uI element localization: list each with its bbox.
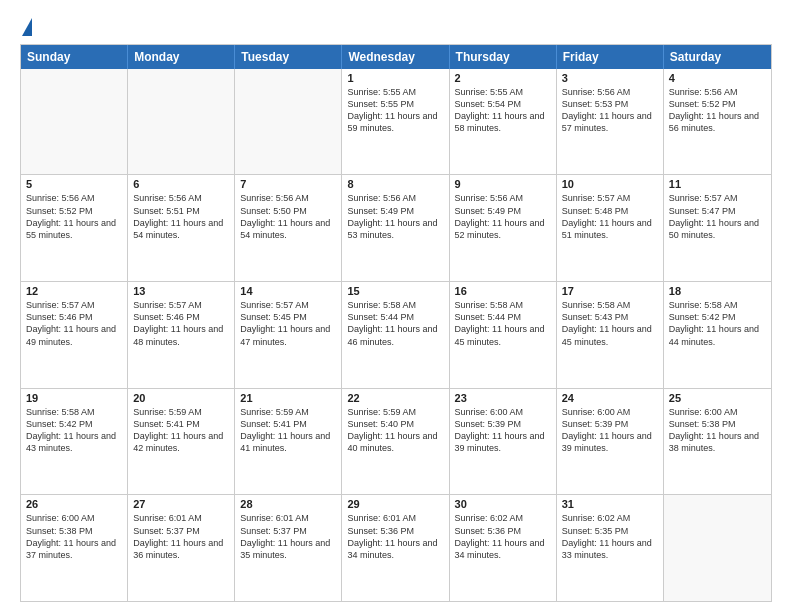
day-number: 2 [455,72,551,84]
cell-info: Sunrise: 5:55 AMSunset: 5:54 PMDaylight:… [455,86,551,135]
day-number: 20 [133,392,229,404]
calendar-row-1: 1Sunrise: 5:55 AMSunset: 5:55 PMDaylight… [21,69,771,176]
day-number: 30 [455,498,551,510]
cell-info: Sunrise: 6:00 AMSunset: 5:38 PMDaylight:… [26,512,122,561]
day-number: 10 [562,178,658,190]
calendar-cell: 28Sunrise: 6:01 AMSunset: 5:37 PMDayligh… [235,495,342,601]
cell-info: Sunrise: 6:01 AMSunset: 5:37 PMDaylight:… [133,512,229,561]
cell-info: Sunrise: 5:56 AMSunset: 5:50 PMDaylight:… [240,192,336,241]
day-number: 22 [347,392,443,404]
cell-info: Sunrise: 5:58 AMSunset: 5:42 PMDaylight:… [669,299,766,348]
cell-info: Sunrise: 5:56 AMSunset: 5:53 PMDaylight:… [562,86,658,135]
cell-info: Sunrise: 5:56 AMSunset: 5:52 PMDaylight:… [669,86,766,135]
day-number: 3 [562,72,658,84]
calendar-row-3: 12Sunrise: 5:57 AMSunset: 5:46 PMDayligh… [21,282,771,389]
cell-info: Sunrise: 5:56 AMSunset: 5:52 PMDaylight:… [26,192,122,241]
day-number: 1 [347,72,443,84]
cell-info: Sunrise: 5:56 AMSunset: 5:51 PMDaylight:… [133,192,229,241]
day-number: 15 [347,285,443,297]
calendar-cell: 2Sunrise: 5:55 AMSunset: 5:54 PMDaylight… [450,69,557,175]
calendar-cell: 17Sunrise: 5:58 AMSunset: 5:43 PMDayligh… [557,282,664,388]
day-number: 17 [562,285,658,297]
calendar-cell [21,69,128,175]
cell-info: Sunrise: 6:00 AMSunset: 5:39 PMDaylight:… [562,406,658,455]
calendar-cell: 23Sunrise: 6:00 AMSunset: 5:39 PMDayligh… [450,389,557,495]
page-container: SundayMondayTuesdayWednesdayThursdayFrid… [0,0,792,612]
day-number: 18 [669,285,766,297]
day-number: 8 [347,178,443,190]
calendar-cell [128,69,235,175]
calendar-cell: 20Sunrise: 5:59 AMSunset: 5:41 PMDayligh… [128,389,235,495]
cell-info: Sunrise: 5:57 AMSunset: 5:45 PMDaylight:… [240,299,336,348]
calendar-cell: 1Sunrise: 5:55 AMSunset: 5:55 PMDaylight… [342,69,449,175]
logo [20,16,32,36]
weekday-header-tuesday: Tuesday [235,45,342,69]
day-number: 5 [26,178,122,190]
weekday-header-monday: Monday [128,45,235,69]
calendar-cell: 30Sunrise: 6:02 AMSunset: 5:36 PMDayligh… [450,495,557,601]
weekday-header-friday: Friday [557,45,664,69]
calendar-row-2: 5Sunrise: 5:56 AMSunset: 5:52 PMDaylight… [21,175,771,282]
calendar-cell: 31Sunrise: 6:02 AMSunset: 5:35 PMDayligh… [557,495,664,601]
day-number: 9 [455,178,551,190]
calendar-cell: 26Sunrise: 6:00 AMSunset: 5:38 PMDayligh… [21,495,128,601]
calendar-cell: 21Sunrise: 5:59 AMSunset: 5:41 PMDayligh… [235,389,342,495]
cell-info: Sunrise: 5:57 AMSunset: 5:46 PMDaylight:… [133,299,229,348]
calendar-cell: 15Sunrise: 5:58 AMSunset: 5:44 PMDayligh… [342,282,449,388]
calendar-cell: 9Sunrise: 5:56 AMSunset: 5:49 PMDaylight… [450,175,557,281]
calendar-row-5: 26Sunrise: 6:00 AMSunset: 5:38 PMDayligh… [21,495,771,601]
logo-triangle-icon [22,18,32,36]
calendar-cell: 13Sunrise: 5:57 AMSunset: 5:46 PMDayligh… [128,282,235,388]
calendar-cell: 6Sunrise: 5:56 AMSunset: 5:51 PMDaylight… [128,175,235,281]
day-number: 27 [133,498,229,510]
day-number: 28 [240,498,336,510]
day-number: 14 [240,285,336,297]
cell-info: Sunrise: 5:58 AMSunset: 5:44 PMDaylight:… [347,299,443,348]
calendar-cell: 7Sunrise: 5:56 AMSunset: 5:50 PMDaylight… [235,175,342,281]
weekday-header-sunday: Sunday [21,45,128,69]
cell-info: Sunrise: 6:02 AMSunset: 5:35 PMDaylight:… [562,512,658,561]
day-number: 26 [26,498,122,510]
calendar-cell: 16Sunrise: 5:58 AMSunset: 5:44 PMDayligh… [450,282,557,388]
cell-info: Sunrise: 5:58 AMSunset: 5:44 PMDaylight:… [455,299,551,348]
day-number: 31 [562,498,658,510]
day-number: 29 [347,498,443,510]
weekday-header-saturday: Saturday [664,45,771,69]
cell-info: Sunrise: 5:59 AMSunset: 5:41 PMDaylight:… [240,406,336,455]
cell-info: Sunrise: 6:00 AMSunset: 5:39 PMDaylight:… [455,406,551,455]
day-number: 7 [240,178,336,190]
day-number: 23 [455,392,551,404]
calendar-cell: 18Sunrise: 5:58 AMSunset: 5:42 PMDayligh… [664,282,771,388]
calendar-cell: 19Sunrise: 5:58 AMSunset: 5:42 PMDayligh… [21,389,128,495]
calendar-header: SundayMondayTuesdayWednesdayThursdayFrid… [21,45,771,69]
day-number: 16 [455,285,551,297]
calendar-cell: 3Sunrise: 5:56 AMSunset: 5:53 PMDaylight… [557,69,664,175]
calendar-cell: 8Sunrise: 5:56 AMSunset: 5:49 PMDaylight… [342,175,449,281]
cell-info: Sunrise: 5:57 AMSunset: 5:46 PMDaylight:… [26,299,122,348]
day-number: 19 [26,392,122,404]
calendar-cell: 27Sunrise: 6:01 AMSunset: 5:37 PMDayligh… [128,495,235,601]
header [20,16,772,36]
day-number: 25 [669,392,766,404]
calendar-cell: 5Sunrise: 5:56 AMSunset: 5:52 PMDaylight… [21,175,128,281]
calendar: SundayMondayTuesdayWednesdayThursdayFrid… [20,44,772,602]
day-number: 12 [26,285,122,297]
cell-info: Sunrise: 6:02 AMSunset: 5:36 PMDaylight:… [455,512,551,561]
calendar-cell [235,69,342,175]
calendar-cell: 14Sunrise: 5:57 AMSunset: 5:45 PMDayligh… [235,282,342,388]
calendar-cell: 25Sunrise: 6:00 AMSunset: 5:38 PMDayligh… [664,389,771,495]
day-number: 13 [133,285,229,297]
cell-info: Sunrise: 5:57 AMSunset: 5:47 PMDaylight:… [669,192,766,241]
calendar-cell: 24Sunrise: 6:00 AMSunset: 5:39 PMDayligh… [557,389,664,495]
calendar-cell [664,495,771,601]
cell-info: Sunrise: 5:55 AMSunset: 5:55 PMDaylight:… [347,86,443,135]
cell-info: Sunrise: 5:59 AMSunset: 5:41 PMDaylight:… [133,406,229,455]
cell-info: Sunrise: 6:01 AMSunset: 5:36 PMDaylight:… [347,512,443,561]
day-number: 11 [669,178,766,190]
day-number: 4 [669,72,766,84]
cell-info: Sunrise: 5:57 AMSunset: 5:48 PMDaylight:… [562,192,658,241]
cell-info: Sunrise: 6:00 AMSunset: 5:38 PMDaylight:… [669,406,766,455]
calendar-cell: 4Sunrise: 5:56 AMSunset: 5:52 PMDaylight… [664,69,771,175]
day-number: 6 [133,178,229,190]
cell-info: Sunrise: 5:58 AMSunset: 5:43 PMDaylight:… [562,299,658,348]
